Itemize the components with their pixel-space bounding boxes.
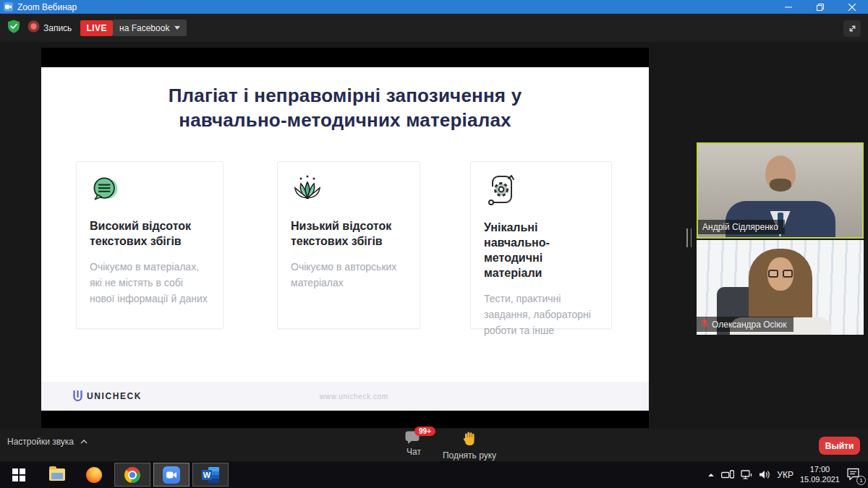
zoom-app-icon — [4, 2, 13, 12]
slide-letterbox-top — [41, 48, 649, 67]
start-button[interactable] — [3, 461, 35, 488]
zoom-webinar-window: Zoom Вебинар Запись LIVE на Facebook — [0, 0, 868, 488]
tray-expand-icon[interactable] — [707, 473, 715, 477]
raised-hand-icon — [463, 431, 477, 448]
word-icon: W — [202, 467, 219, 483]
devices-icon[interactable] — [721, 470, 734, 479]
chat-label: Чат — [407, 447, 421, 457]
language-indicator[interactable]: УКР — [777, 470, 793, 480]
windows-taskbar: W УКР 17:00 15.09.2021 1 — [0, 461, 868, 488]
chat-lines-icon — [90, 195, 122, 207]
participant-name-tag: Андрій Сідляренко — [698, 220, 785, 234]
unicheck-brand: UNICHECK — [72, 390, 142, 403]
raise-hand-button[interactable]: Поднять руку — [435, 431, 503, 461]
recording-indicator-icon[interactable] — [27, 20, 40, 35]
windows-logo-icon — [12, 468, 25, 481]
fullscreen-toggle-button[interactable] — [843, 20, 861, 37]
zoom-taskbar-button[interactable] — [153, 463, 190, 487]
slide-card-unique-materials: Унікальні навчально-методичні матеріали … — [470, 161, 612, 329]
action-center-icon[interactable]: 1 — [846, 468, 862, 482]
chat-unread-badge: 99+ — [414, 427, 435, 436]
participant-avatar: Андрій Сідляренко — [698, 144, 862, 237]
shared-screen-area: Плагіат і неправомірні запозичення у нав… — [41, 48, 649, 428]
slide-footer: UNICHECK www.unicheck.com — [41, 382, 649, 411]
website-url: www.unicheck.com — [320, 393, 388, 401]
close-button[interactable] — [836, 0, 868, 14]
participant-name-tag: Олександра Осіюк — [697, 317, 793, 332]
file-explorer-button[interactable] — [41, 461, 73, 488]
raise-hand-label: Поднять руку — [443, 450, 496, 461]
network-icon[interactable] — [741, 470, 752, 479]
stream-target-label: на Facebook — [119, 23, 169, 33]
presentation-slide: Плагіат і неправомірні запозичення у нав… — [41, 67, 649, 411]
chat-button[interactable]: 99+ Чат — [396, 431, 431, 457]
minimize-button[interactable] — [773, 0, 804, 14]
slide-card-low-percentage: Низький відсоток текстових збігів Очікує… — [277, 161, 420, 329]
firefox-button[interactable] — [78, 461, 110, 488]
process-gear-icon — [484, 197, 516, 209]
restore-button[interactable] — [804, 0, 836, 14]
card-body: Тести, практичні завдання, лабораторні р… — [484, 291, 598, 338]
word-logo-letter: W — [202, 470, 212, 480]
window-title-bar: Zoom Вебинар — [0, 0, 868, 14]
chrome-icon — [124, 467, 140, 483]
window-title: Zoom Вебинар — [17, 2, 77, 12]
audio-settings-label: Настройки звука — [7, 437, 74, 447]
participant-avatar: Олександра Осіюк — [697, 240, 864, 335]
slide-card-high-percentage: Високий відсоток текстових збігів Очікує… — [76, 161, 224, 329]
card-heading: Унікальні навчально-методичні матеріали — [484, 220, 598, 281]
shield-check-icon[interactable] — [7, 20, 20, 36]
notification-count-badge: 1 — [856, 476, 866, 485]
speaker-icon[interactable] — [759, 470, 770, 479]
participant-video-speaker[interactable]: Андрій Сідляренко — [697, 142, 864, 239]
card-body: Очікуємо в матеріалах, які не містять в … — [90, 260, 210, 307]
zoom-camera-icon — [163, 466, 180, 484]
chrome-button[interactable] — [114, 463, 150, 487]
card-heading: Низький відсоток текстових збігів — [291, 218, 407, 249]
participant-video-attendee[interactable]: Олександра Осіюк — [697, 240, 864, 335]
participant-name: Андрій Сідляренко — [702, 222, 778, 232]
meeting-toolbar: Запись LIVE на Facebook — [0, 14, 868, 42]
system-tray: УКР 17:00 15.09.2021 1 — [707, 461, 868, 488]
slide-title: Плагіат і неправомірні запозичення у нав… — [121, 83, 569, 133]
audio-settings-button[interactable]: Настройки звука — [7, 437, 88, 447]
chevron-down-icon — [174, 26, 180, 30]
leave-button[interactable]: Выйти — [819, 437, 860, 455]
stream-target-dropdown[interactable]: на Facebook — [113, 20, 187, 36]
panel-resize-handle[interactable] — [686, 228, 692, 247]
muted-mic-icon — [701, 319, 709, 330]
live-badge: LIVE — [80, 20, 113, 36]
unicheck-logo-icon — [72, 390, 83, 403]
clock[interactable]: 17:00 15.09.2021 — [800, 465, 840, 485]
slide-letterbox-bottom — [41, 411, 649, 428]
clock-time: 17:00 — [810, 465, 830, 474]
card-body: Очікуємо в авторських матеріалах — [291, 260, 407, 291]
brand-name: UNICHECK — [87, 391, 142, 401]
recording-label: Запись — [43, 23, 72, 33]
card-heading: Високий відсоток текстових збігів — [90, 218, 210, 249]
clock-date: 15.09.2021 — [800, 475, 840, 484]
webinar-control-bar: Настройки звука 99+ Чат Поднять руку Вый… — [0, 429, 868, 461]
lotus-icon — [291, 195, 324, 207]
folder-icon — [49, 468, 65, 481]
chevron-up-icon — [80, 440, 88, 444]
word-button[interactable]: W — [192, 463, 229, 487]
firefox-icon — [86, 467, 102, 483]
participant-name: Олександра Осіюк — [712, 320, 787, 330]
